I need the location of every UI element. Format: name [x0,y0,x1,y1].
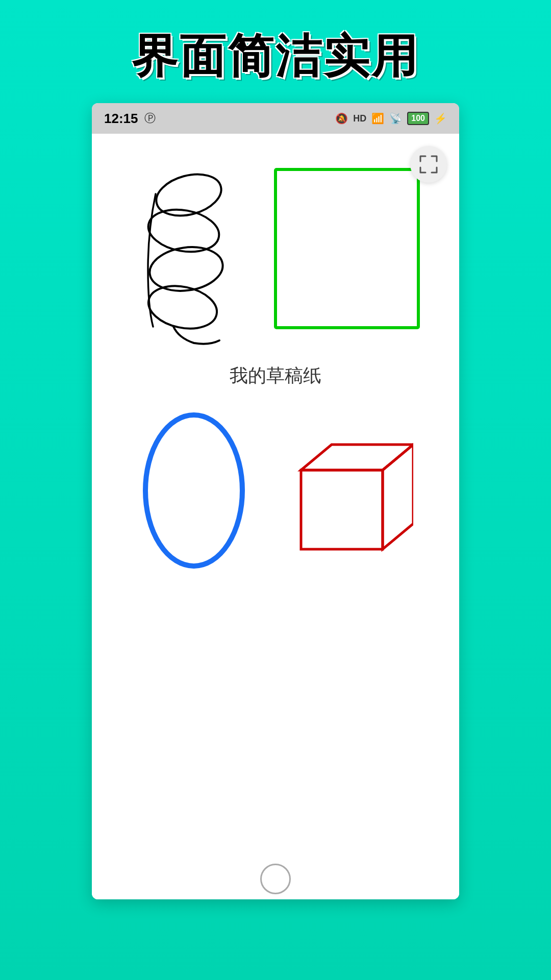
battery-level: 100 [407,112,429,125]
status-left: 12:15 Ⓟ [104,111,156,127]
blue-oval-drawing [138,409,250,572]
svg-marker-8 [383,445,413,549]
svg-point-1 [145,204,222,257]
hd-icon: HD [353,113,366,124]
expand-button[interactable] [410,146,447,183]
bottom-row [112,409,439,572]
expand-icon [419,155,438,174]
drawings-grid: 我的草稿纸 [92,134,459,582]
bottom-nav [92,859,459,899]
phone-frame: 12:15 Ⓟ 🔕 HD 📶 📡 100 ⚡ [92,103,459,899]
status-bar: 12:15 Ⓟ 🔕 HD 📶 📡 100 ⚡ [92,103,459,134]
home-indicator[interactable] [260,864,291,894]
charge-icon: ⚡ [434,112,447,125]
svg-rect-6 [301,470,383,549]
spiral-drawing [128,164,250,358]
svg-point-5 [145,415,242,566]
red-cube-drawing [270,419,413,562]
svg-point-0 [152,167,226,222]
status-time: 12:15 [104,111,138,127]
sketch-label: 我的草稿纸 [230,363,321,388]
wifi-icon: 📡 [389,112,402,125]
p-icon: Ⓟ [144,111,156,126]
page-title: 界面简洁实用 [132,26,419,88]
mute-icon: 🔕 [335,112,348,125]
title-area: 界面简洁实用 [0,0,551,103]
top-row [112,164,439,358]
green-rectangle-drawing [270,164,423,338]
signal-icon: 📶 [371,112,384,125]
svg-rect-4 [276,169,418,328]
svg-point-3 [144,280,221,335]
app-content: 我的草稿纸 [92,134,459,859]
status-right: 🔕 HD 📶 📡 100 ⚡ [335,112,447,125]
